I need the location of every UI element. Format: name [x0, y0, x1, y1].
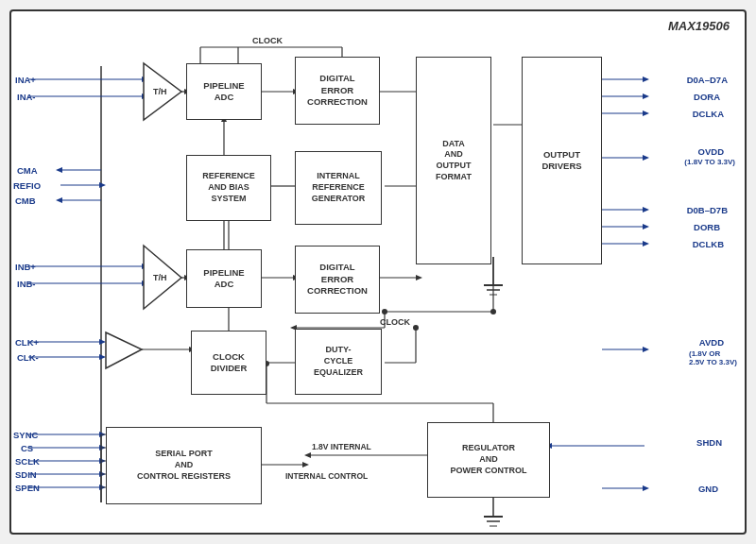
svg-marker-94: [99, 458, 106, 464]
signal-dora: DORA: [694, 92, 720, 102]
svg-marker-106: [302, 462, 309, 468]
svg-point-69: [382, 309, 387, 314]
svg-marker-76: [99, 354, 106, 360]
signal-gnd: GND: [698, 484, 718, 494]
signal-dclka: DCLKA: [693, 109, 724, 119]
svg-marker-108: [304, 452, 311, 458]
svg-text:T/H: T/H: [153, 87, 167, 96]
chip-title: MAX19506: [668, 19, 730, 33]
pipeline-adc-top: PIPELINEADC: [186, 63, 262, 120]
label-internal-control: INTERNAL CONTROL: [285, 471, 368, 481]
signal-dorb: DORB: [694, 222, 720, 232]
svg-marker-13: [144, 63, 181, 120]
signal-sclk: SCLK: [15, 456, 40, 467]
label-1v8-internal: 1.8V INTERNAL: [312, 442, 371, 451]
signal-cs: CS: [21, 443, 33, 453]
svg-marker-57: [144, 246, 181, 309]
svg-marker-56: [142, 280, 148, 286]
svg-marker-9: [142, 76, 148, 82]
svg-marker-36: [643, 241, 649, 246]
svg-marker-64: [416, 275, 422, 280]
signal-sdin: SDIN: [15, 469, 37, 480]
serial-port-control: SERIAL PORTANDCONTROL REGISTERS: [106, 427, 262, 504]
svg-point-86: [413, 325, 419, 331]
digital-error-top: DIGITALERRORCORRECTION: [295, 57, 380, 125]
svg-marker-77: [106, 332, 142, 368]
digital-error-bot: DIGITALERRORCORRECTION: [295, 246, 380, 314]
svg-marker-74: [99, 339, 106, 345]
signal-ina-minus: INA-: [17, 92, 36, 102]
svg-marker-28: [643, 110, 649, 116]
svg-text:T/H: T/H: [153, 273, 167, 282]
signal-d0b-d7b: D0B–D7B: [687, 205, 728, 215]
signal-sync: SYNC: [13, 430, 38, 440]
svg-marker-32: [643, 207, 649, 212]
clock-divider: CLOCKDIVIDER: [191, 331, 266, 395]
signal-ovdd-sub: (1.8V TO 3.3V): [684, 158, 735, 166]
signal-inb-plus: INB+: [15, 262, 36, 272]
regulator-power-control: REGULATORANDPOWER CONTROL: [427, 422, 550, 498]
svg-marker-92: [99, 445, 106, 450]
svg-marker-123: [643, 485, 649, 491]
signal-clk-plus: CLK+: [15, 337, 39, 348]
svg-marker-30: [643, 155, 649, 161]
signal-ovdd: OVDD: [698, 146, 724, 157]
svg-marker-12: [142, 94, 148, 99]
svg-marker-24: [643, 76, 649, 82]
pipeline-adc-bot: PIPELINEADC: [186, 249, 262, 308]
signal-d0a-d7a: D0A–D7A: [687, 75, 728, 85]
diagram-container: MAX19506 CLOCK T/H: [9, 9, 747, 535]
output-drivers: OUTPUTDRIVERS: [522, 57, 602, 264]
signal-cmb: CMB: [15, 196, 36, 206]
signal-dclkb: DCLKB: [693, 239, 724, 249]
svg-marker-98: [99, 484, 106, 490]
signal-shdn: SHDN: [696, 437, 722, 448]
svg-marker-96: [99, 471, 106, 477]
signal-inb-minus: INB-: [17, 279, 36, 289]
svg-marker-90: [99, 432, 106, 437]
svg-marker-53: [142, 264, 148, 269]
signal-ina-plus: INA+: [15, 75, 36, 85]
svg-text:CLOCK: CLOCK: [252, 36, 283, 45]
svg-marker-40: [99, 182, 106, 188]
signal-refio: REFIO: [13, 180, 41, 191]
signal-spen: SPEN: [15, 483, 40, 493]
svg-point-70: [490, 309, 496, 314]
svg-marker-26: [643, 94, 649, 99]
signal-avdd-sub: (1.8V OR2.5V TO 3.3V): [689, 349, 737, 366]
svg-marker-38: [56, 167, 62, 173]
reference-bias-system: REFERENCEAND BIASSYSTEM: [186, 155, 271, 221]
signal-cma: CMA: [17, 165, 38, 176]
data-output-format: DATAANDOUTPUTFORMAT: [416, 57, 491, 264]
svg-marker-34: [643, 224, 649, 230]
internal-reference-generator: INTERNALREFERENCEGENERATOR: [295, 151, 382, 225]
svg-marker-88: [643, 347, 649, 352]
signal-clk-minus: CLK-: [17, 352, 39, 363]
svg-marker-42: [56, 197, 62, 203]
svg-text:CLOCK: CLOCK: [380, 317, 410, 327]
duty-cycle-equalizer: DUTY-CYCLEEQUALIZER: [295, 329, 382, 395]
signal-avdd: AVDD: [699, 337, 724, 348]
